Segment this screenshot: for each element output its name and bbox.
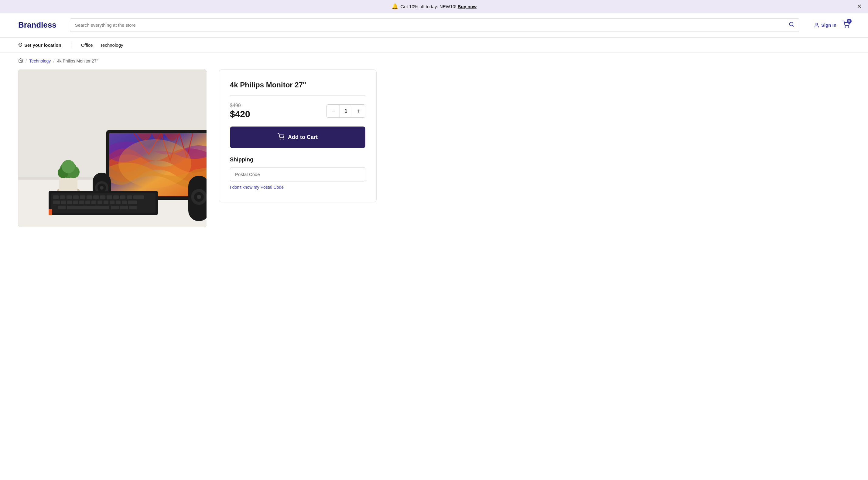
quantity-control: − 1 + [327, 104, 365, 118]
close-banner-button[interactable]: ✕ [857, 3, 862, 10]
svg-rect-61 [111, 206, 119, 209]
user-icon [814, 23, 819, 28]
breadcrumb: / Technology / 4k Philips Monitor 27" [0, 53, 868, 69]
svg-rect-58 [128, 201, 137, 204]
svg-rect-35 [66, 195, 72, 199]
cart-button[interactable]: 0 [842, 21, 850, 30]
svg-rect-38 [87, 195, 92, 199]
add-to-cart-button[interactable]: Add to Cart [230, 127, 365, 148]
svg-rect-64 [49, 209, 52, 215]
main-content: 4k Philips Monitor 27" $490 $420 − 1 + A… [0, 69, 868, 245]
svg-point-30 [197, 195, 201, 199]
svg-rect-46 [53, 201, 60, 204]
svg-rect-57 [122, 201, 127, 204]
svg-rect-55 [110, 201, 115, 204]
svg-rect-50 [79, 201, 84, 204]
bell-icon: 🔔 [392, 3, 398, 10]
quantity-value: 1 [340, 105, 352, 117]
header-actions: Sign In 0 [814, 21, 850, 30]
product-scene-svg [18, 69, 207, 227]
location-selector[interactable]: Set your location [18, 42, 61, 48]
svg-rect-42 [113, 195, 119, 199]
svg-point-21 [119, 139, 191, 188]
promo-banner: 🔔 Get 10% off today: NEW10! Buy now ✕ [0, 0, 868, 13]
nav-divider [71, 42, 71, 48]
svg-rect-52 [91, 201, 96, 204]
product-title: 4k Philips Monitor 27" [230, 81, 365, 96]
header: Brandless Sign In 0 [0, 13, 868, 38]
sign-in-label: Sign In [821, 23, 836, 28]
navigation: Set your location Office Technology [0, 38, 868, 53]
svg-rect-51 [85, 201, 90, 204]
search-bar [70, 18, 799, 32]
quantity-decrease-button[interactable]: − [327, 105, 340, 117]
svg-point-14 [62, 160, 75, 173]
svg-point-66 [283, 139, 283, 139]
logo[interactable]: Brandless [18, 20, 57, 30]
svg-rect-34 [60, 195, 65, 199]
breadcrumb-separator-1: / [26, 58, 27, 64]
search-icon [789, 22, 794, 29]
svg-rect-33 [53, 195, 59, 199]
product-image-container [18, 69, 207, 227]
svg-rect-60 [67, 206, 109, 209]
breadcrumb-current-page: 4k Philips Monitor 27" [57, 59, 98, 63]
svg-rect-56 [116, 201, 121, 204]
svg-line-1 [793, 25, 793, 26]
svg-point-65 [280, 139, 280, 139]
svg-rect-62 [120, 206, 128, 209]
svg-point-5 [20, 44, 21, 45]
current-price: $420 [230, 109, 250, 119]
banner-text: Get 10% off today: NEW10! [401, 4, 457, 9]
svg-rect-40 [100, 195, 105, 199]
nav-link-office[interactable]: Office [81, 42, 93, 48]
shipping-title: Shipping [230, 157, 365, 163]
svg-point-4 [848, 27, 849, 27]
svg-rect-39 [93, 195, 99, 199]
cart-badge: 0 [847, 19, 851, 24]
svg-rect-53 [97, 201, 102, 204]
shipping-section: Shipping I don't know my Postal Code [230, 157, 365, 190]
svg-rect-63 [129, 206, 137, 209]
price-block: $490 $420 [230, 103, 250, 119]
home-icon[interactable] [18, 58, 23, 64]
product-panel: 4k Philips Monitor 27" $490 $420 − 1 + A… [219, 69, 377, 202]
nav-link-technology[interactable]: Technology [100, 42, 123, 48]
svg-rect-54 [103, 201, 108, 204]
search-input[interactable] [75, 23, 786, 28]
svg-point-3 [845, 27, 845, 27]
breadcrumb-separator-2: / [53, 58, 54, 64]
svg-rect-37 [80, 195, 85, 199]
svg-rect-43 [120, 195, 125, 199]
add-to-cart-label: Add to Cart [288, 134, 318, 140]
svg-rect-48 [67, 201, 72, 204]
svg-rect-10 [59, 176, 78, 192]
breadcrumb-technology-link[interactable]: Technology [29, 59, 51, 63]
svg-point-2 [816, 23, 817, 25]
product-image [18, 69, 207, 227]
location-label: Set your location [24, 42, 61, 48]
quantity-increase-button[interactable]: + [352, 105, 365, 117]
price-row: $490 $420 − 1 + [230, 103, 365, 119]
svg-rect-45 [133, 195, 144, 199]
svg-rect-36 [73, 195, 79, 199]
svg-rect-49 [73, 201, 78, 204]
buy-now-link[interactable]: Buy now [458, 4, 477, 9]
svg-rect-41 [106, 195, 112, 199]
original-price: $490 [230, 103, 250, 108]
sign-in-button[interactable]: Sign In [814, 23, 836, 28]
svg-point-25 [100, 186, 103, 190]
svg-rect-47 [61, 201, 66, 204]
svg-rect-59 [58, 206, 66, 209]
postal-code-input[interactable] [230, 167, 365, 181]
location-icon [18, 43, 23, 47]
svg-rect-44 [127, 195, 132, 199]
dont-know-postal-link[interactable]: I don't know my Postal Code [230, 185, 284, 190]
cart-button-icon [278, 133, 284, 141]
